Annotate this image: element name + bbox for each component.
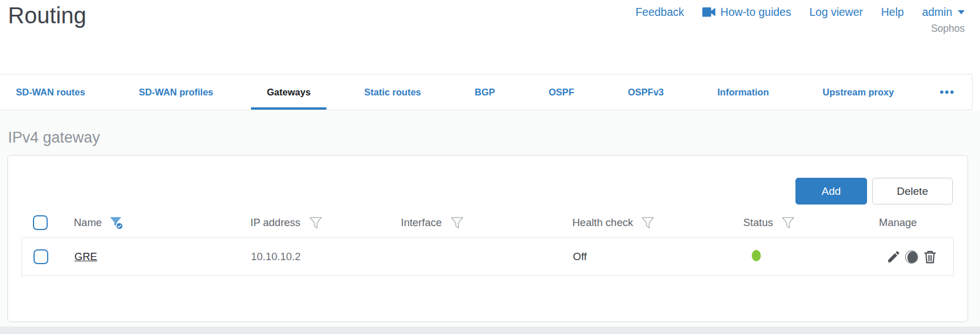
- tab-overflow-menu[interactable]: •••: [932, 74, 963, 110]
- feedback-link[interactable]: Feedback: [635, 6, 684, 19]
- tab-ospfv3[interactable]: OSPFv3: [612, 74, 680, 110]
- filter-funnel-icon[interactable]: [449, 215, 464, 231]
- chevron-down-icon: [958, 10, 965, 14]
- column-header-status: Status: [743, 216, 773, 229]
- column-header-health-check: Health check: [572, 216, 633, 229]
- tab-bar: SD-WAN routes SD-WAN profiles Gateways S…: [0, 74, 973, 110]
- howto-guides-link[interactable]: How-to guides: [702, 6, 791, 19]
- row-checkbox[interactable]: [33, 249, 48, 264]
- tab-gateways[interactable]: Gateways: [251, 74, 326, 110]
- page-title: Routing: [8, 2, 86, 74]
- filter-funnel-icon[interactable]: [308, 215, 323, 231]
- manage-cell: [880, 249, 953, 265]
- ipv4-gateway-panel: Add Delete Name IP address: [7, 155, 968, 322]
- filter-funnel-icon[interactable]: [640, 215, 656, 231]
- table-header-row: Name IP address Interface: [22, 208, 954, 237]
- video-camera-icon: [702, 7, 716, 17]
- ip-address-cell: 10.10.10.2: [251, 250, 401, 263]
- log-viewer-link[interactable]: Log viewer: [809, 6, 862, 19]
- brand-label: Sophos: [931, 23, 965, 35]
- add-button[interactable]: Add: [795, 178, 867, 204]
- filter-funnel-checked-icon[interactable]: [109, 215, 124, 231]
- delete-trash-icon[interactable]: [922, 249, 937, 265]
- section-title: IPv4 gateway: [8, 129, 980, 147]
- main-content: IPv4 gateway Add Delete Name IP address: [0, 110, 980, 327]
- status-cell: [744, 250, 880, 264]
- help-link[interactable]: Help: [881, 6, 904, 19]
- admin-menu[interactable]: admin: [922, 6, 965, 19]
- header-links: Feedback How-to guides Log viewer Help a…: [635, 6, 965, 19]
- view-icon[interactable]: [904, 249, 919, 265]
- select-all-checkbox[interactable]: [33, 215, 48, 230]
- tab-static-routes[interactable]: Static routes: [349, 74, 437, 110]
- page-header: Routing Feedback How-to guides Log viewe…: [0, 0, 980, 74]
- column-header-interface: Interface: [401, 216, 442, 229]
- table-row: GRE 10.10.10.2 Off: [22, 237, 954, 276]
- tab-sdwan-profiles[interactable]: SD-WAN profiles: [123, 74, 229, 110]
- filter-funnel-icon[interactable]: [780, 215, 795, 231]
- bottom-band: [0, 327, 980, 334]
- tab-information[interactable]: Information: [702, 74, 785, 110]
- tab-sdwan-routes[interactable]: SD-WAN routes: [0, 74, 101, 110]
- column-header-ip-address: IP address: [250, 216, 300, 229]
- tab-upstream-proxy[interactable]: Upstream proxy: [807, 74, 910, 110]
- tab-bgp[interactable]: BGP: [459, 74, 511, 110]
- status-dot: [752, 250, 761, 261]
- edit-pencil-icon[interactable]: [886, 249, 901, 265]
- header-right: Feedback How-to guides Log viewer Help a…: [635, 2, 965, 74]
- column-header-manage: Manage: [879, 216, 917, 229]
- tab-ospf[interactable]: OSPF: [533, 74, 590, 110]
- table-toolbar: Add Delete: [8, 156, 968, 204]
- gateway-name-link[interactable]: GRE: [74, 250, 97, 262]
- column-header-name: Name: [74, 216, 102, 229]
- health-check-cell: Off: [573, 250, 744, 263]
- delete-button[interactable]: Delete: [872, 178, 953, 204]
